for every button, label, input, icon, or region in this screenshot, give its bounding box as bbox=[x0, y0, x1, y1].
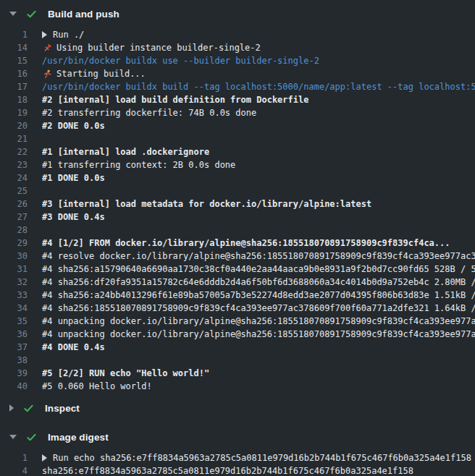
line-number[interactable]: 27 bbox=[0, 211, 28, 224]
line-content: /usr/bin/docker buildx use --builder bui… bbox=[42, 54, 319, 67]
log-section: Build and push 1 Run ./ 14 Using builder… bbox=[0, 3, 475, 397]
line-content: #3 DONE 0.4s bbox=[42, 211, 105, 224]
log-line: 34 #4 sha256:185518070891758909c9f839cf4… bbox=[0, 302, 475, 315]
line-text: #4 sha256:a15790640a6690aa1730c38cf0a440… bbox=[42, 263, 475, 276]
line-number[interactable]: 20 bbox=[0, 119, 28, 132]
line-number[interactable]: 24 bbox=[0, 171, 28, 184]
line-text: #4 sha256:a24bb4013296f61e89ba57005a7b3e… bbox=[42, 289, 475, 302]
line-number[interactable]: 1 bbox=[0, 28, 28, 41]
log-line: 1 Run echo sha256:e7ff8834a5963a2785c5a0… bbox=[0, 451, 475, 464]
play-expand-icon[interactable] bbox=[42, 31, 47, 38]
line-number[interactable]: 34 bbox=[0, 302, 28, 315]
line-number[interactable]: 36 bbox=[0, 328, 28, 341]
line-text: Run echo sha256:e7ff8834a5963a2785c5a081… bbox=[53, 451, 471, 464]
line-number[interactable]: 14 bbox=[0, 41, 28, 54]
line-content: #5 0.060 Hello world! bbox=[42, 380, 152, 393]
line-text: #1 [internal] load .dockerignore bbox=[42, 145, 209, 158]
line-number[interactable]: 28 bbox=[0, 224, 28, 237]
line-text: #5 [2/2] RUN echo "Hello world!" bbox=[42, 367, 209, 380]
line-number[interactable]: 33 bbox=[0, 289, 28, 302]
line-number[interactable]: 32 bbox=[0, 276, 28, 289]
section-header[interactable]: Build and push bbox=[0, 3, 475, 25]
line-number[interactable]: 31 bbox=[0, 263, 28, 276]
line-number[interactable]: 4 bbox=[0, 464, 28, 476]
log-line: 37 #4 DONE 0.4s bbox=[0, 341, 475, 354]
line-content: #4 sha256:185518070891758909c9f839cf4ca3… bbox=[42, 302, 475, 315]
log-line: 29 #4 [1/2] FROM docker.io/library/alpin… bbox=[0, 237, 475, 250]
log-line: 23 #1 transferring context: 2B 0.0s done bbox=[0, 158, 475, 171]
log-line: 31 #4 sha256:a15790640a6690aa1730c38cf0a… bbox=[0, 263, 475, 276]
line-number[interactable]: 39 bbox=[0, 367, 28, 380]
log-line: 24 #1 DONE 0.0s bbox=[0, 171, 475, 184]
line-number[interactable]: 38 bbox=[0, 354, 28, 367]
line-text: #1 transferring context: 2B 0.0s done bbox=[42, 158, 235, 171]
line-content: #5 [2/2] RUN echo "Hello world!" bbox=[42, 367, 209, 380]
line-text: Starting build... bbox=[56, 67, 146, 80]
line-number[interactable]: 15 bbox=[0, 54, 28, 67]
line-text: #4 [1/2] FROM docker.io/library/alpine@s… bbox=[42, 237, 450, 250]
check-icon bbox=[26, 432, 37, 443]
line-number[interactable]: 19 bbox=[0, 106, 28, 119]
section-title: Inspect bbox=[45, 403, 80, 414]
line-number[interactable]: 17 bbox=[0, 80, 28, 93]
section-header[interactable]: Inspect bbox=[0, 397, 475, 419]
line-number[interactable]: 26 bbox=[0, 197, 28, 211]
line-content: #4 sha256:df20fa9351a15782c64e6dddb2d4a6… bbox=[42, 276, 475, 289]
line-content: Using builder instance builder-single-2 bbox=[42, 41, 261, 54]
log-line: 38 bbox=[0, 354, 475, 367]
log-line: 39 #5 [2/2] RUN echo "Hello world!" bbox=[0, 367, 475, 380]
section-header[interactable]: Image digest bbox=[0, 426, 475, 448]
log-line: 32 #4 sha256:df20fa9351a15782c64e6dddb2d… bbox=[0, 276, 475, 289]
line-content: #3 [internal] load metadata for docker.i… bbox=[42, 197, 371, 211]
line-number[interactable]: 37 bbox=[0, 341, 28, 354]
log-line: 36 #4 unpacking docker.io/library/alpine… bbox=[0, 328, 475, 341]
pushpin-icon bbox=[42, 43, 52, 53]
section-lines: 1 Run ./ 14 Using builder instance build… bbox=[0, 25, 475, 397]
line-content: /usr/bin/docker buildx build --tag local… bbox=[42, 80, 475, 93]
chevron-down-icon[interactable] bbox=[9, 12, 17, 16]
line-text: /usr/bin/docker buildx build --tag local… bbox=[42, 80, 475, 93]
line-text: #4 unpacking docker.io/library/alpine@sh… bbox=[42, 315, 475, 328]
line-text: #2 [internal] load build definition from… bbox=[42, 93, 308, 106]
line-text: #5 0.060 Hello world! bbox=[42, 380, 152, 393]
line-text: #4 sha256:df20fa9351a15782c64e6dddb2d4a6… bbox=[42, 276, 475, 289]
line-number[interactable]: 23 bbox=[0, 158, 28, 171]
line-content: #4 resolve docker.io/library/alpine@sha2… bbox=[42, 250, 475, 263]
play-expand-icon[interactable] bbox=[42, 454, 47, 462]
line-content: Run ./ bbox=[42, 28, 84, 41]
log-line: 40 #5 0.060 Hello world! bbox=[0, 380, 475, 393]
line-text: #2 transferring dockerfile: 74B 0.0s don… bbox=[42, 106, 256, 119]
chevron-down-icon[interactable] bbox=[9, 435, 17, 439]
line-number[interactable]: 40 bbox=[0, 380, 28, 393]
line-text: #4 sha256:185518070891758909c9f839cf4ca3… bbox=[42, 302, 475, 315]
log-line: 18 #2 [internal] load build definition f… bbox=[0, 93, 475, 106]
runner-icon bbox=[42, 69, 52, 79]
log-line: 33 #4 sha256:a24bb4013296f61e89ba57005a7… bbox=[0, 289, 475, 302]
line-text: /usr/bin/docker buildx use --builder bui… bbox=[42, 54, 319, 67]
line-number[interactable]: 25 bbox=[0, 184, 28, 197]
chevron-right-icon[interactable] bbox=[9, 404, 14, 412]
line-content: #4 sha256:a24bb4013296f61e89ba57005a7b3e… bbox=[42, 289, 475, 302]
log-line: 21 bbox=[0, 132, 475, 145]
line-content: #1 transferring context: 2B 0.0s done bbox=[42, 158, 235, 171]
line-number[interactable]: 18 bbox=[0, 93, 28, 106]
line-number[interactable]: 22 bbox=[0, 145, 28, 158]
line-text: #3 DONE 0.4s bbox=[42, 211, 105, 224]
line-content: #2 [internal] load build definition from… bbox=[42, 93, 308, 106]
line-number[interactable]: 29 bbox=[0, 237, 28, 250]
line-number[interactable]: 35 bbox=[0, 315, 28, 328]
line-content: #1 DONE 0.0s bbox=[42, 171, 105, 184]
workflow-log: Build and push 1 Run ./ 14 Using builder… bbox=[0, 0, 475, 476]
log-line: 25 bbox=[0, 184, 475, 197]
line-text: #2 DONE 0.0s bbox=[42, 119, 105, 132]
line-number[interactable]: 21 bbox=[0, 132, 28, 145]
line-number[interactable]: 1 bbox=[0, 451, 28, 464]
line-content: #4 unpacking docker.io/library/alpine@sh… bbox=[42, 315, 475, 328]
line-number[interactable]: 16 bbox=[0, 67, 28, 80]
line-text: #4 resolve docker.io/library/alpine@sha2… bbox=[42, 250, 475, 263]
line-number[interactable]: 30 bbox=[0, 250, 28, 263]
log-line: 17 /usr/bin/docker buildx build --tag lo… bbox=[0, 80, 475, 93]
log-line: 27 #3 DONE 0.4s bbox=[0, 211, 475, 224]
line-text: sha256:e7ff8834a5963a2785c5a0811e979d16b… bbox=[42, 464, 413, 476]
log-line: 20 #2 DONE 0.0s bbox=[0, 119, 475, 132]
